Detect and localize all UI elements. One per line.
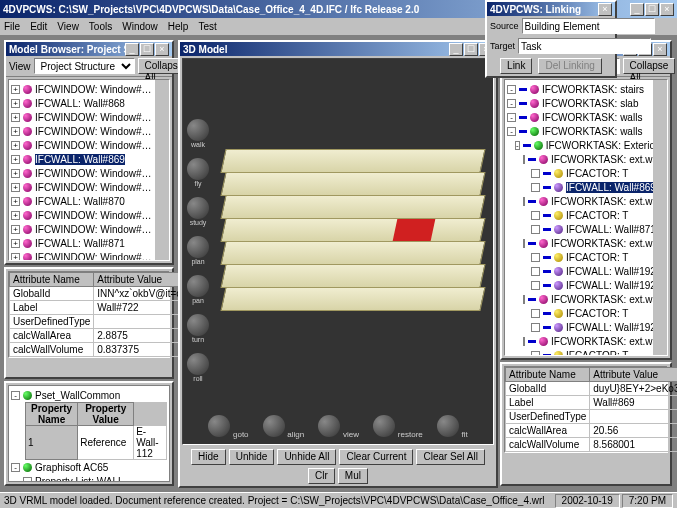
task-tree-item[interactable]: -IFCWORKTASK: Exterior walls xyxy=(507,138,665,152)
clr-button[interactable]: Clr xyxy=(308,468,335,484)
task-tree[interactable]: -IFCWORKTASK: stairs-IFCWORKTASK: slab-I… xyxy=(504,79,668,356)
mb-close[interactable]: × xyxy=(155,43,169,56)
target-field[interactable] xyxy=(518,38,651,54)
attr-row[interactable]: LabelWall#722 xyxy=(10,301,206,315)
menu-tools[interactable]: Tools xyxy=(89,21,112,32)
task-tree-item[interactable]: IFCACTOR: T xyxy=(507,250,665,264)
task-tree-item[interactable]: IFCWALL: Wall#1925 xyxy=(507,320,665,334)
model-browser-titlebar[interactable]: Model Browser: Project Structure _☐× xyxy=(6,42,172,56)
menu-view[interactable]: View xyxy=(57,21,79,32)
vp-min[interactable]: _ xyxy=(449,43,463,56)
roll-tool[interactable]: roll xyxy=(187,353,209,382)
tb-close[interactable]: × xyxy=(653,43,667,56)
clearcurrent-button[interactable]: Clear Current xyxy=(339,449,413,465)
tree-item[interactable]: +IFCWINDOW: Window#… xyxy=(11,180,167,194)
task-tree-item[interactable]: IFCWORKTASK: ext.wall B1-2… xyxy=(507,152,665,166)
viewport-titlebar[interactable]: 3D Model _☐× xyxy=(180,42,496,56)
col-attr-name[interactable]: Attribute Name xyxy=(506,368,590,382)
task-tree-item[interactable]: IFCWALL: Wall#1923 xyxy=(507,278,665,292)
attr-row[interactable]: GlobalIdduyU}8EY+2>eKo37:TwL xyxy=(506,382,678,396)
task-tree-item[interactable]: IFCWORKTASK: ext.wall 2A-B… xyxy=(507,194,665,208)
linking-dialog[interactable]: 4DVPCWS: Linking× Source Target Link Del… xyxy=(485,0,617,78)
tree-item[interactable]: +IFCWINDOW: Window#… xyxy=(11,208,167,222)
task-tree-item[interactable]: IFCACTOR: T xyxy=(507,208,665,222)
attr-row[interactable]: UserDefinedType xyxy=(10,315,206,329)
attr-row[interactable]: calcWallVolume8.568001 xyxy=(506,438,678,452)
unhideall-button[interactable]: Unhide All xyxy=(277,449,336,465)
menu-help[interactable]: Help xyxy=(168,21,189,32)
menu-test[interactable]: Test xyxy=(198,21,216,32)
fit-tool[interactable]: fit xyxy=(437,415,468,439)
task-tree-item[interactable]: -IFCWORKTASK: stairs xyxy=(507,82,665,96)
task-tree-item[interactable]: IFCACTOR: T xyxy=(507,348,665,356)
linking-close[interactable]: × xyxy=(598,3,612,16)
task-tree-item[interactable]: IFCWALL: Wall#869 xyxy=(507,180,665,194)
tree-item[interactable]: +IFCWINDOW: Window#… xyxy=(11,138,167,152)
left-attr-grid[interactable]: Attribute NameAttribute Value GlobalIdIN… xyxy=(8,271,170,358)
task-tree-item[interactable]: -IFCWORKTASK: slab xyxy=(507,96,665,110)
rb-collapse-button[interactable]: Collapse All xyxy=(623,58,676,74)
col-attr-value[interactable]: Attribute Value xyxy=(590,368,677,382)
tree-item[interactable]: +IFCWALL: Wall#869 xyxy=(11,152,167,166)
attr-row[interactable]: calcWallArea2.8875 xyxy=(10,329,206,343)
pan-tool[interactable]: pan xyxy=(187,275,209,304)
menu-file[interactable]: File xyxy=(4,21,20,32)
task-tree-item[interactable]: IFCWALL: Wall#871 xyxy=(507,222,665,236)
tree-item[interactable]: +IFCWALL: Wall#871 xyxy=(11,236,167,250)
plan-tool[interactable]: plan xyxy=(187,236,209,265)
tree-item[interactable]: +IFCWINDOW: Window#… xyxy=(11,110,167,124)
main-close-button[interactable]: × xyxy=(660,3,674,16)
scrollbar[interactable] xyxy=(653,80,667,355)
mb-max[interactable]: ☐ xyxy=(140,43,154,56)
source-field[interactable] xyxy=(522,18,655,34)
scrollbar[interactable] xyxy=(155,80,169,260)
tree-item[interactable]: +IFCWALL: Wall#868 xyxy=(11,96,167,110)
del-linking-button[interactable]: Del Linking xyxy=(538,58,601,74)
col-attr-name[interactable]: Attribute Name xyxy=(10,273,94,287)
right-attr-grid[interactable]: Attribute NameAttribute Value GlobalIddu… xyxy=(504,366,668,453)
pset-proplist[interactable]: -Property List: WALL xyxy=(11,474,167,482)
task-tree-item[interactable]: IFCWORKTASK: ext.wall A3-4… xyxy=(507,292,665,306)
task-tree-item[interactable]: IFCWALL: Wall#1924 xyxy=(507,264,665,278)
model-tree[interactable]: +IFCWINDOW: Window#…+IFCWALL: Wall#868+I… xyxy=(8,79,170,261)
goto-tool[interactable]: goto xyxy=(208,415,248,439)
pset-root[interactable]: -Pset_WallCommon xyxy=(11,388,167,402)
tree-item[interactable]: +IFCWINDOW: Window#… xyxy=(11,124,167,138)
3d-viewport[interactable]: walkflystudyplanpanturnroll goto align v… xyxy=(182,58,494,445)
attr-row[interactable]: calcWallArea20.56 xyxy=(506,424,678,438)
main-minimize-button[interactable]: _ xyxy=(630,3,644,16)
view-tool[interactable]: view xyxy=(318,415,359,439)
clearselall-button[interactable]: Clear Sel All xyxy=(416,449,484,465)
mb-min[interactable]: _ xyxy=(125,43,139,56)
attr-row[interactable]: LabelWall#869 xyxy=(506,396,678,410)
tree-item[interactable]: +IFCWINDOW: Window#… xyxy=(11,166,167,180)
task-tree-item[interactable]: IFCWORKTASK: ext.wall A2-3… xyxy=(507,236,665,250)
pset-graphisoft[interactable]: -Graphisoft AC65 xyxy=(11,460,167,474)
vp-max[interactable]: ☐ xyxy=(464,43,478,56)
tree-item[interactable]: +IFCWINDOW: Window#… xyxy=(11,82,167,96)
restore-tool[interactable]: restore xyxy=(373,415,423,439)
task-tree-item[interactable]: -IFCWORKTASK: walls xyxy=(507,110,665,124)
hide-button[interactable]: Hide xyxy=(191,449,226,465)
attr-row[interactable]: calcWallVolume0.837375 xyxy=(10,343,206,357)
mul-button[interactable]: Mul xyxy=(338,468,368,484)
link-button[interactable]: Link xyxy=(500,58,532,74)
fly-tool[interactable]: fly xyxy=(187,158,209,187)
tree-item[interactable]: +IFCWALL: Wall#870 xyxy=(11,194,167,208)
menu-edit[interactable]: Edit xyxy=(30,21,47,32)
unhide-button[interactable]: Unhide xyxy=(229,449,275,465)
attr-row[interactable]: GlobalIdINN^xz`okbV@it=oW87 xyxy=(10,287,206,301)
attr-row[interactable]: UserDefinedType xyxy=(506,410,678,424)
align-tool[interactable]: align xyxy=(263,415,305,439)
walk-tool[interactable]: walk xyxy=(187,119,209,148)
task-tree-item[interactable]: IFCWORKTASK: ext.wall B3-4… xyxy=(507,334,665,348)
menu-window[interactable]: Window xyxy=(122,21,158,32)
task-tree-item[interactable]: IFCACTOR: T xyxy=(507,166,665,180)
tree-item[interactable]: +IFCWINDOW: Window#… xyxy=(11,250,167,261)
main-maximize-button[interactable]: ☐ xyxy=(645,3,659,16)
study-tool[interactable]: study xyxy=(187,197,209,226)
tree-item[interactable]: +IFCWINDOW: Window#… xyxy=(11,222,167,236)
turn-tool[interactable]: turn xyxy=(187,314,209,343)
task-tree-item[interactable]: -IFCWORKTASK: walls xyxy=(507,124,665,138)
view-select[interactable]: Project Structure xyxy=(34,58,135,74)
